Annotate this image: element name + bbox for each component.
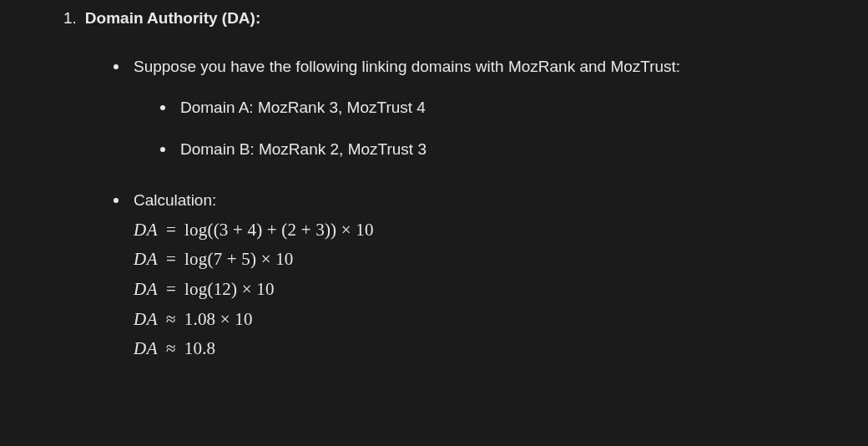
calc-var: DA <box>134 215 158 246</box>
calc-line-5: DA ≈ 10.8 <box>134 334 810 364</box>
list-item-title: Domain Authority (DA): <box>85 7 260 30</box>
calc-rhs: log(7 + 5) × 10 <box>184 245 294 275</box>
bullet-icon <box>114 64 119 69</box>
calc-var: DA <box>134 305 158 335</box>
domain-a-bullet: Domain A: MozRank 3, MozTrust 4 <box>160 96 810 119</box>
domain-b-text: Domain B: MozRank 2, MozTrust 3 <box>180 138 426 161</box>
calc-rhs: log((3 + 4) + (2 + 3)) × 10 <box>184 215 374 246</box>
calc-rhs: log(12) × 10 <box>184 275 275 305</box>
calc-var: DA <box>134 334 158 364</box>
calc-line-4: DA ≈ 1.08 × 10 <box>134 305 810 335</box>
calc-var: DA <box>134 275 158 305</box>
approx-sign: ≈ <box>164 334 178 364</box>
bullet-icon <box>160 147 165 152</box>
list-item-1: 1. Domain Authority (DA): <box>63 7 810 30</box>
calc-rhs: 10.8 <box>184 334 216 364</box>
calc-var: DA <box>134 245 158 275</box>
calc-line-1: DA = log((3 + 4) + (2 + 3)) × 10 <box>134 215 810 246</box>
calculation-bullet: Calculation: <box>114 189 810 212</box>
equals-sign: = <box>164 215 178 246</box>
equals-sign: = <box>164 245 178 275</box>
intro-text: Suppose you have the following linking d… <box>134 55 680 79</box>
approx-sign: ≈ <box>164 305 178 335</box>
calc-line-2: DA = log(7 + 5) × 10 <box>134 245 810 275</box>
calc-rhs: 1.08 × 10 <box>184 305 253 335</box>
bullet-icon <box>160 105 165 110</box>
bullet-icon <box>114 198 119 203</box>
calc-line-3: DA = log(12) × 10 <box>134 275 810 305</box>
intro-bullet: Suppose you have the following linking d… <box>114 55 810 79</box>
equals-sign: = <box>164 275 178 305</box>
domain-b-bullet: Domain B: MozRank 2, MozTrust 3 <box>160 138 810 161</box>
domain-a-text: Domain A: MozRank 3, MozTrust 4 <box>180 96 426 119</box>
calculation-block: DA = log((3 + 4) + (2 + 3)) × 10 DA = lo… <box>134 215 810 364</box>
calculation-label: Calculation: <box>134 189 216 212</box>
document-body: 1. Domain Authority (DA): Suppose you ha… <box>0 0 868 446</box>
list-item-number: 1. <box>63 7 77 30</box>
